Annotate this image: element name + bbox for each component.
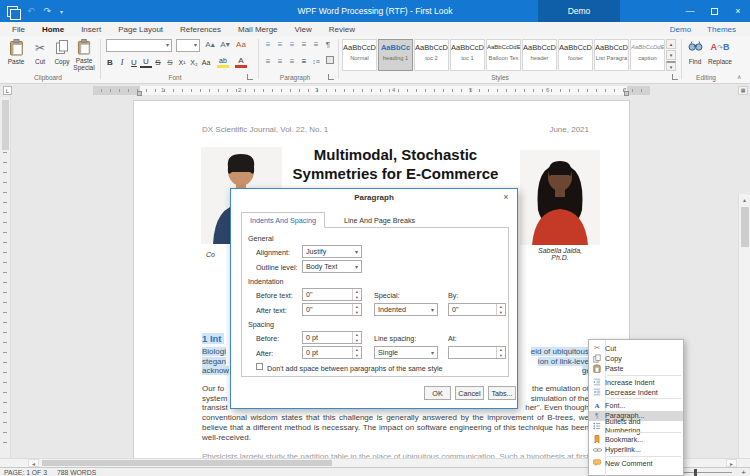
style-card-caption[interactable]: AaBbCcDdEcaption [630,39,665,71]
style-card-toc2[interactable]: AaBbCcDtoc 2 [414,39,449,71]
double-underline-button[interactable]: U [140,56,152,68]
menu-item-new-comment[interactable]: New Comment [589,458,683,468]
paste-button[interactable]: Paste [5,39,27,65]
tab-stop-selector[interactable]: L [3,86,12,95]
cut-button[interactable]: ✂Cut [29,39,51,65]
subscript-button[interactable]: X₂ [188,56,200,69]
style-card-heading1[interactable]: AaBbCcheading 1 [378,39,413,71]
clear-formatting-icon[interactable]: Aa [235,39,247,51]
superscript-button[interactable]: X¹ [176,56,188,69]
alignment-combobox[interactable]: Justify [302,245,362,258]
menu-item-hyperlink[interactable]: Hyperlink... [589,445,683,455]
paste-special-button[interactable]: Paste Special [71,39,97,71]
find-button[interactable]: Find [685,39,705,65]
line-spacing-combobox[interactable]: Single [374,346,438,359]
scroll-right-icon[interactable]: ▸ [726,459,737,467]
shading-button[interactable] [324,56,336,68]
tab-line-and-page-breaks[interactable]: Line And Page Breaks [335,212,424,228]
horizontal-scroll-thumb[interactable] [42,460,332,466]
paragraph-dialog-launcher[interactable] [328,74,334,80]
vertical-scrollbar[interactable]: ▴ ▾ [738,194,750,458]
change-case-button[interactable]: Aa [200,56,212,69]
font-dialog-launcher[interactable] [247,74,253,80]
minimize-button[interactable]: — [678,0,702,22]
font-size-combobox[interactable] [176,39,200,52]
by-spinner[interactable]: 0"▴▾ [448,303,506,316]
numbering-button[interactable]: ≡ [274,39,286,51]
ok-button[interactable]: OK [424,386,451,400]
spinner-arrows-icon[interactable]: ▴▾ [496,304,505,315]
grow-font-icon[interactable]: A▴ [204,39,216,51]
same-style-checkbox[interactable] [256,363,263,370]
show-marks-button[interactable]: ¶ [322,39,334,51]
at-spinner[interactable]: ▴▾ [448,346,506,359]
style-card-list-paragraph[interactable]: AaBbCcDList Paragra [594,39,629,71]
after-text-spinner[interactable]: 0"▴▾ [302,303,362,316]
zoom-in-icon[interactable]: + [741,468,746,476]
special-combobox[interactable]: Indented [374,303,438,316]
collapse-ribbon-icon[interactable]: ∧ [737,73,741,80]
copy-button[interactable]: Copy [51,39,73,65]
tab-home[interactable]: Home [42,25,64,34]
menu-item-copy[interactable]: Copy [589,353,683,363]
vertical-ruler[interactable] [0,97,11,458]
demo-link[interactable]: Demo [670,25,691,34]
tab-file[interactable]: File [12,25,25,34]
tab-references[interactable]: References [180,25,221,34]
left-indent-marker[interactable] [137,91,142,96]
tabs-button[interactable]: Tabs... [488,386,516,400]
themes-link[interactable]: Themes [707,25,736,34]
bullets-button[interactable]: ≡ [262,39,274,51]
justify-button[interactable]: ≡ [298,56,310,68]
align-center-button[interactable]: ≡ [274,56,286,68]
styles-scroll-down-icon[interactable]: ▾ [666,50,676,60]
style-card-toc1[interactable]: AaBbCcDtoc 1 [450,39,485,71]
shrink-font-icon[interactable]: A▾ [219,39,231,51]
underline-button[interactable]: U [128,56,140,69]
cancel-button[interactable]: Cancel [455,386,484,400]
horizontal-ruler[interactable]: 1 2 3 4 5 6 7 [93,86,650,95]
align-right-button[interactable]: ≡ [286,56,298,68]
font-name-combobox[interactable] [106,39,172,52]
style-card-balloon-text[interactable]: AaBbCcDdEBalloon Tex [486,39,521,71]
zoom-thumb[interactable] [694,469,697,476]
menu-item-paste[interactable]: Paste [589,364,683,374]
tab-indents-and-spacing[interactable]: Indents And Spacing [241,212,325,228]
increase-indent-button[interactable]: ≡ [310,39,322,51]
after-spinner[interactable]: 0 pt▴▾ [302,346,362,359]
line-spacing-button[interactable]: ↕≡ [310,56,322,68]
multilevel-list-button[interactable]: ≡ [286,39,298,51]
menu-item-cut[interactable]: ✂ Cut [589,343,683,353]
maximize-button[interactable] [702,0,726,22]
styles-dialog-launcher[interactable] [672,74,678,80]
italic-button[interactable]: I [116,56,128,69]
outline-level-combobox[interactable]: Body Text [302,260,362,273]
tab-mail-merge[interactable]: Mail Merge [238,25,278,34]
ruler-toggle-button[interactable]: ▦ [738,86,748,95]
styles-scroll-up-icon[interactable]: ▴ [666,39,676,49]
before-spinner[interactable]: 0 pt▴▾ [302,331,362,344]
tab-view[interactable]: View [295,25,312,34]
menu-item-bookmark[interactable]: Bookmark... [589,434,683,444]
spinner-arrows-icon[interactable]: ▴▾ [352,304,361,315]
tab-review[interactable]: Review [329,25,355,34]
menu-item-increase-indent[interactable]: Increase Indent [589,377,683,387]
qat-dropdown-icon[interactable]: ▾ [60,8,63,15]
redo-icon[interactable]: ↷ [44,6,52,16]
close-button[interactable]: × [726,0,750,22]
replace-button[interactable]: A↷B Replace [707,39,733,65]
vertical-scroll-thumb[interactable] [741,207,749,247]
align-left-button[interactable]: ≡ [262,56,274,68]
decrease-indent-button[interactable]: ≡ [298,39,310,51]
scroll-left-icon[interactable]: ◂ [28,459,39,467]
demo-button[interactable]: Demo [538,0,620,22]
menu-item-decrease-indent[interactable]: Decrease Indent [589,387,683,397]
right-indent-marker[interactable] [624,91,629,96]
menu-item-bullets-numbering[interactable]: Bullets and Numbering... [589,421,683,431]
dialog-close-icon[interactable]: × [500,191,512,203]
style-card-normal[interactable]: AaBbCcDNormal [342,39,377,71]
spinner-arrows-icon[interactable]: ▴▾ [496,347,505,358]
scroll-up-icon[interactable]: ▴ [739,195,750,206]
spinner-arrows-icon[interactable]: ▴▾ [352,347,361,358]
highlight-color-button[interactable]: ab [216,56,230,69]
